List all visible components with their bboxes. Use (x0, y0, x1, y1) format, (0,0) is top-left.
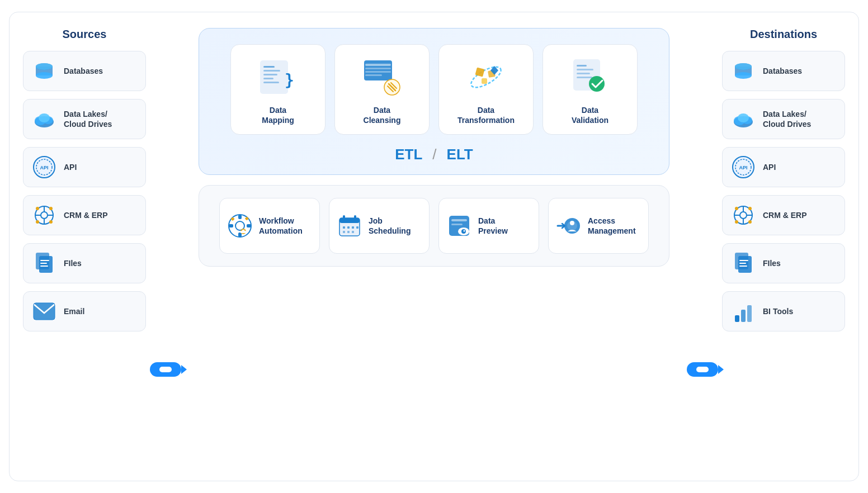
etl-label: ETL (395, 146, 422, 163)
data-validation-icon (568, 55, 612, 99)
svg-point-107 (748, 220, 752, 224)
svg-rect-25 (40, 266, 48, 267)
svg-point-85 (570, 221, 574, 225)
etl-card-data-transformation[interactable]: DataTransformation (438, 44, 534, 135)
svg-point-105 (748, 207, 752, 210)
svg-rect-68 (343, 215, 345, 221)
svg-point-99 (740, 212, 747, 219)
svg-rect-62 (245, 217, 249, 221)
svg-point-54 (589, 76, 605, 92)
etl-card-label: DataValidation (572, 105, 608, 125)
svg-point-18 (49, 207, 53, 210)
svg-rect-69 (354, 215, 356, 221)
files-icon (32, 252, 56, 275)
sidebar-item-api-src[interactable]: API API (23, 147, 146, 187)
svg-point-89 (735, 72, 752, 79)
crm-icon (32, 203, 56, 227)
svg-rect-70 (343, 226, 345, 229)
destinations-title: Destinations (722, 28, 845, 41)
scheduling-icon (337, 214, 362, 238)
bi-tools-icon (732, 300, 755, 323)
crm-icon (732, 203, 755, 227)
svg-point-7 (39, 113, 50, 122)
email-icon (32, 300, 56, 323)
etl-card-label: DataTransformation (457, 105, 515, 125)
svg-rect-36 (365, 64, 391, 66)
right-arrow (687, 362, 718, 377)
svg-rect-52 (577, 73, 590, 74)
svg-rect-32 (263, 78, 273, 79)
svg-rect-26 (34, 303, 55, 320)
etl-card-data-validation[interactable]: DataValidation (542, 44, 638, 135)
sidebar-item-bi-tools-dst[interactable]: BI Tools (722, 291, 845, 331)
sidebar-item-label: API (64, 162, 77, 172)
etl-card-label: DataCleansing (364, 105, 401, 125)
etl-card-label: DataMapping (262, 105, 294, 125)
svg-rect-112 (739, 266, 747, 267)
etl-slash: / (432, 146, 436, 163)
api-icon: API (732, 155, 755, 179)
svg-rect-74 (343, 231, 345, 233)
cloud-icon (32, 107, 56, 131)
bottom-card-workflow[interactable]: WorkflowAutomation (219, 198, 320, 254)
svg-rect-114 (741, 310, 746, 322)
svg-rect-38 (365, 71, 391, 73)
svg-point-82 (464, 230, 465, 232)
svg-rect-24 (40, 263, 47, 264)
etl-card-data-mapping[interactable]: } DataMapping (230, 44, 326, 135)
sidebar-item-api-dst[interactable]: API API (722, 147, 845, 187)
sidebar-item-crm-src[interactable]: CRM & ERP (23, 195, 146, 235)
svg-rect-29 (263, 66, 275, 68)
sidebar-item-label: CRM & ERP (763, 210, 807, 220)
bottom-box: WorkflowAutomation (199, 185, 669, 267)
svg-point-19 (36, 220, 39, 224)
etl-cards-row: } DataMapping (213, 44, 655, 135)
svg-rect-73 (356, 226, 358, 229)
sidebar-item-email-src[interactable]: Email (23, 291, 146, 331)
bottom-card-label: JobScheduling (369, 216, 411, 236)
files-icon (732, 252, 755, 275)
svg-rect-33 (263, 82, 279, 83)
svg-point-20 (49, 220, 53, 224)
sidebar-item-label: BI Tools (763, 306, 793, 316)
main-container: Sources Databases (9, 12, 859, 481)
svg-point-94 (738, 113, 749, 122)
etl-card-data-cleansing[interactable]: DataCleansing (334, 44, 430, 135)
svg-rect-79 (451, 224, 463, 225)
right-connector (683, 151, 722, 493)
sidebar-item-crm-dst[interactable]: CRM & ERP (722, 195, 845, 235)
svg-rect-35 (364, 60, 392, 80)
svg-rect-60 (247, 224, 251, 227)
svg-rect-71 (347, 226, 350, 229)
workflow-icon (228, 214, 252, 238)
svg-rect-39 (365, 74, 382, 76)
sidebar-item-databases-dst[interactable]: Databases (722, 51, 845, 91)
svg-rect-76 (352, 231, 354, 233)
api-icon: API (32, 155, 56, 179)
svg-point-2 (36, 72, 53, 79)
bottom-card-label: AccessManagement (588, 216, 636, 236)
sidebar-item-databases-src[interactable]: Databases (23, 51, 146, 91)
bottom-card-label: WorkflowAutomation (259, 216, 303, 236)
etl-label-row: ETL / ELT (395, 146, 473, 163)
sidebar-item-files-src[interactable]: FIles (23, 243, 146, 283)
sidebar-item-datalakes-dst[interactable]: Data Lakes/Cloud Drives (722, 99, 845, 139)
bottom-card-access[interactable]: AccessManagement (548, 198, 649, 254)
sidebar-item-label: API (763, 162, 776, 172)
svg-rect-58 (238, 233, 242, 237)
sidebar-item-label: Databases (763, 66, 802, 76)
bottom-card-preview[interactable]: DataPreview (438, 198, 539, 254)
svg-rect-110 (739, 260, 748, 261)
data-preview-icon (447, 214, 471, 238)
svg-rect-61 (230, 217, 234, 221)
bottom-card-scheduling[interactable]: JobScheduling (329, 198, 430, 254)
svg-rect-111 (739, 263, 746, 264)
sidebar-item-label: FIles (763, 258, 781, 268)
svg-point-44 (468, 63, 504, 92)
sidebar-item-datalakes-src[interactable]: Data Lakes/Cloud Drives (23, 99, 146, 139)
svg-point-104 (735, 207, 738, 210)
sidebar-item-files-dst[interactable]: FIles (722, 243, 845, 283)
data-cleansing-icon (360, 55, 404, 99)
sidebar-item-label: Data Lakes/Cloud Drives (763, 109, 811, 129)
svg-text:}: } (285, 71, 294, 89)
